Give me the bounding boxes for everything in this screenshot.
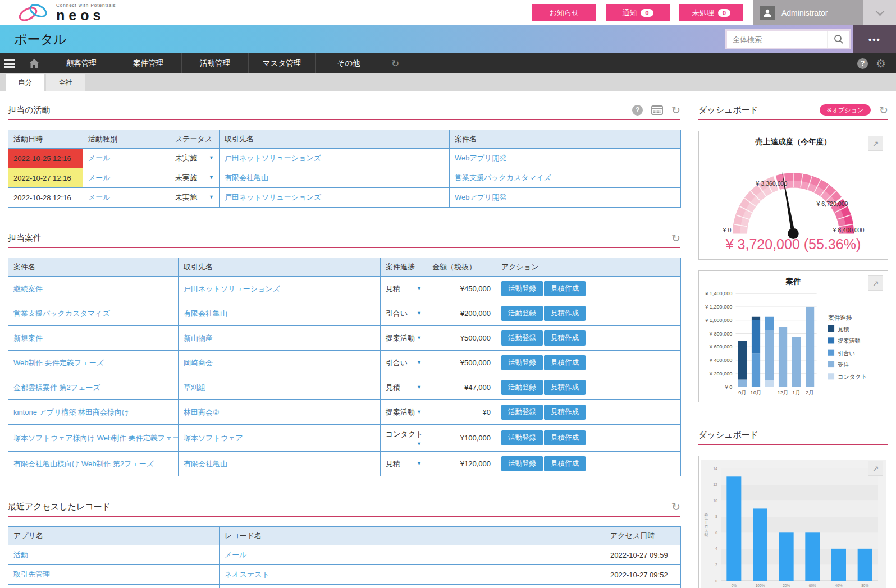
cell-link[interactable]: Web制作 要件定義フェーズ: [13, 359, 104, 367]
hamburger-menu-button[interactable]: [0, 53, 20, 74]
nav-refresh-icon[interactable]: ↻: [391, 53, 399, 74]
refresh-icon[interactable]: ↻: [671, 502, 680, 512]
cell-link[interactable]: 草刈組: [184, 383, 205, 392]
user-menu[interactable]: Administrator: [753, 0, 863, 25]
cell-link[interactable]: 有限会社亀山様向け Web制作 第2フェーズ: [13, 460, 154, 468]
dropdown-caret-icon[interactable]: ▼: [209, 194, 214, 200]
more-menu-button[interactable]: •••: [853, 25, 896, 53]
cell-link[interactable]: 活動: [13, 550, 28, 559]
status-select[interactable]: 提案活動▼: [381, 400, 427, 425]
register-activity-button[interactable]: 活動登録: [501, 456, 543, 471]
home-button[interactable]: [20, 53, 48, 74]
create-quote-button[interactable]: 見積作成: [544, 355, 586, 370]
tab-company[interactable]: 全社: [46, 74, 85, 91]
cell-link[interactable]: 金都雲様案件 第2フェーズ: [13, 383, 100, 392]
cell-link[interactable]: メール: [88, 154, 111, 162]
create-quote-button[interactable]: 見積作成: [544, 405, 586, 420]
cell-link[interactable]: メール: [225, 550, 247, 559]
refresh-icon[interactable]: ↻: [671, 105, 680, 116]
nav-item-master-management[interactable]: マスタ管理: [249, 53, 316, 74]
dropdown-caret-icon[interactable]: ▼: [417, 286, 422, 291]
status-select[interactable]: コンタクト▼: [381, 425, 427, 452]
cell-link[interactable]: 塚本ソフトウェア: [184, 434, 243, 442]
cell-link[interactable]: 塚本ソフトウェア様向け Web制作 要件定義フェーズ: [13, 434, 179, 442]
cell-link[interactable]: 戸田ネットソリューションズ: [225, 193, 321, 201]
column-header: アクセス日時: [605, 527, 681, 545]
cell-link[interactable]: 営業支援パックカスタマイズ: [13, 309, 110, 318]
search-button[interactable]: [827, 31, 849, 48]
cell-link[interactable]: Webアプリ開発: [455, 154, 506, 162]
dropdown-caret-icon[interactable]: ▼: [417, 384, 422, 390]
svg-text:提案活動: 提案活動: [838, 338, 861, 344]
create-quote-button[interactable]: 見積作成: [544, 456, 586, 471]
cell-link[interactable]: 有限会社亀山: [184, 309, 227, 318]
dropdown-caret-icon[interactable]: ▼: [417, 461, 422, 466]
notice-button[interactable]: お知らせ: [532, 4, 596, 21]
pending-button[interactable]: 未処理 0: [679, 4, 743, 21]
status-select[interactable]: 未実施▼: [170, 188, 220, 208]
register-activity-button[interactable]: 活動登録: [501, 306, 543, 321]
expand-icon[interactable]: ↗: [868, 136, 883, 151]
dropdown-caret-icon[interactable]: ▼: [417, 335, 422, 341]
status-select[interactable]: 提案活動▼: [381, 326, 427, 351]
cell-link[interactable]: 新規案件: [13, 334, 43, 342]
dropdown-caret-icon[interactable]: ▼: [209, 174, 214, 180]
help-icon[interactable]: ?: [632, 105, 643, 116]
nav-item-others[interactable]: その他: [316, 53, 382, 74]
cell-link[interactable]: 有限会社亀山: [225, 173, 268, 182]
cell-link[interactable]: 営業支援パックカスタマイズ: [455, 173, 551, 182]
cell-link[interactable]: 岡崎商会: [184, 359, 213, 367]
create-quote-button[interactable]: 見積作成: [544, 330, 586, 346]
register-activity-button[interactable]: 活動登録: [501, 281, 543, 296]
settings-gear-icon[interactable]: ⚙: [876, 58, 886, 69]
status-select[interactable]: 未実施▼: [170, 149, 220, 168]
notification-button[interactable]: 通知 0: [606, 4, 670, 21]
user-menu-expand[interactable]: [863, 0, 896, 25]
cell-link[interactable]: メール: [88, 173, 111, 182]
cell-link[interactable]: kintone アプリ構築 林田商会様向け: [13, 408, 129, 416]
register-activity-button[interactable]: 活動登録: [501, 355, 543, 370]
register-activity-button[interactable]: 活動登録: [501, 430, 543, 445]
cell-link[interactable]: 戸田ネットソリューションズ: [184, 284, 280, 293]
create-quote-button[interactable]: 見積作成: [544, 306, 586, 321]
status-select[interactable]: 未実施▼: [170, 168, 220, 188]
cell-link[interactable]: Webアプリ開発: [455, 193, 506, 201]
table-cell: メール: [83, 149, 170, 168]
cell-link[interactable]: 戸田ネットソリューションズ: [225, 154, 321, 162]
register-activity-button[interactable]: 活動登録: [501, 405, 543, 420]
refresh-icon[interactable]: ↻: [879, 105, 888, 116]
cell-link[interactable]: 有限会社亀山: [184, 460, 227, 468]
dropdown-caret-icon[interactable]: ▼: [209, 155, 214, 160]
register-activity-button[interactable]: 活動登録: [501, 380, 543, 395]
dropdown-caret-icon[interactable]: ▼: [417, 409, 422, 415]
cell-link[interactable]: ネオステスト: [225, 570, 269, 578]
chevron-down-icon: [875, 7, 884, 16]
cell-link[interactable]: 取引先管理: [13, 570, 50, 578]
cell-link[interactable]: 継続案件: [13, 284, 43, 293]
create-quote-button[interactable]: 見積作成: [544, 430, 586, 445]
dropdown-caret-icon[interactable]: ▼: [417, 360, 422, 365]
status-select[interactable]: 見積▼: [381, 452, 427, 476]
nav-item-activity-management[interactable]: 活動管理: [182, 53, 249, 74]
status-select[interactable]: 引合い▼: [381, 351, 427, 375]
help-icon[interactable]: ?: [857, 58, 868, 69]
register-activity-button[interactable]: 活動登録: [501, 330, 543, 346]
cell-link[interactable]: 新山物産: [184, 334, 213, 342]
dropdown-caret-icon[interactable]: ▼: [417, 441, 422, 447]
search-input[interactable]: [727, 31, 827, 48]
expand-icon[interactable]: ↗: [868, 275, 883, 291]
create-quote-button[interactable]: 見積作成: [544, 380, 586, 395]
status-select[interactable]: 見積▼: [381, 375, 427, 400]
tab-mine[interactable]: 自分: [6, 74, 44, 91]
cell-link[interactable]: 林田商会②: [184, 408, 220, 416]
dropdown-caret-icon[interactable]: ▼: [417, 310, 422, 316]
cell-link[interactable]: メール: [88, 193, 111, 201]
status-select[interactable]: 引合い▼: [381, 301, 427, 326]
refresh-icon[interactable]: ↻: [671, 233, 680, 244]
status-select[interactable]: 見積▼: [381, 277, 427, 301]
expand-icon[interactable]: ↗: [868, 461, 883, 476]
nav-item-customer-management[interactable]: 顧客管理: [48, 53, 115, 74]
calendar-icon[interactable]: [651, 105, 663, 115]
create-quote-button[interactable]: 見積作成: [544, 281, 586, 296]
nav-item-deal-management[interactable]: 案件管理: [115, 53, 182, 74]
